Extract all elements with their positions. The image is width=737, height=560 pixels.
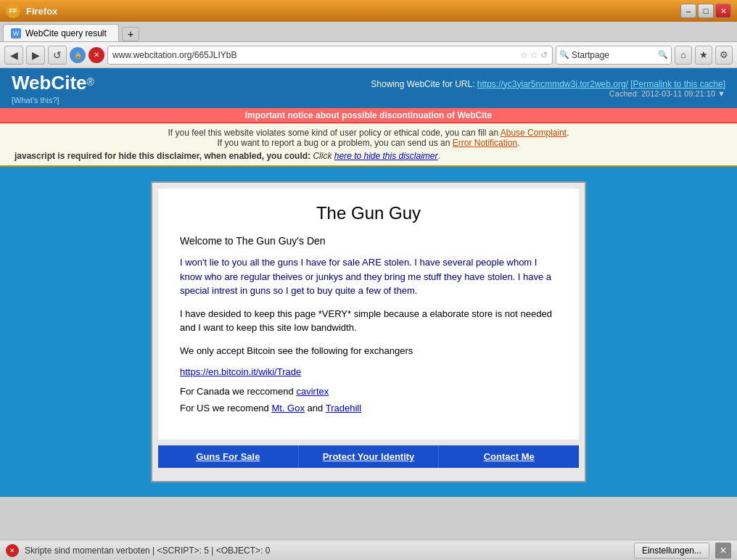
bookmarks-button[interactable]: ★ bbox=[695, 46, 712, 65]
canada-text: For Canada we reccomend bbox=[180, 386, 294, 397]
click-text: Click bbox=[313, 151, 332, 161]
window-controls: – □ ✕ bbox=[680, 4, 731, 18]
close-status-button[interactable]: ✕ bbox=[715, 543, 731, 559]
tab-title: WebCite query result bbox=[25, 28, 107, 38]
status-bar: ✕ Skripte sind momentan verboten | <SCRI… bbox=[0, 540, 737, 560]
webcite-showing-url[interactable]: https://yc3yiar5ncmmdw3j.tor2web.org/ bbox=[477, 79, 628, 89]
search-engine-icon: 🔍 bbox=[559, 50, 569, 59]
nav-bar: ◀ ▶ ↺ 🔒 ✕ www.webcitation.org/665JLIYbB … bbox=[0, 42, 737, 68]
status-text: Skripte sind momentan verboten | <SCRIPT… bbox=[25, 545, 628, 556]
mtgox-link[interactable]: Mt. Gox bbox=[271, 403, 305, 413]
minimize-button[interactable]: – bbox=[680, 4, 696, 18]
forward-button[interactable]: ▶ bbox=[26, 46, 45, 65]
notice-bar: Important notice about possible disconti… bbox=[0, 108, 737, 123]
content-body3: We only accept Bitcoin see the following… bbox=[180, 344, 557, 358]
hide-disclaimer-link[interactable]: here to hide this disclaimer bbox=[334, 151, 438, 161]
status-icon: ✕ bbox=[6, 544, 19, 557]
app-title: Firefox bbox=[26, 6, 57, 17]
nav-link-identity[interactable]: Protect Your Identity bbox=[299, 445, 440, 468]
nav-links-bar: Guns For Sale Protect Your Identity Cont… bbox=[158, 445, 579, 468]
content-body1: I won't lie to you all the guns I have f… bbox=[180, 255, 557, 298]
cavirtex-link[interactable]: cavirtex bbox=[296, 386, 329, 397]
webcite-info: Showing WebCite for URL: https://yc3yiar… bbox=[371, 79, 725, 98]
content-body2: I have desided to keep this page *VERY* … bbox=[180, 307, 557, 335]
bitcoin-link-line: https://en.bitcoin.it/wiki/Trade bbox=[180, 366, 557, 377]
stop-button[interactable]: ✕ bbox=[88, 47, 104, 63]
menu-button[interactable]: ⚙ bbox=[715, 46, 733, 65]
webcite-logo-area: WebCite® [What's this?] bbox=[12, 72, 94, 105]
bookmark2-icon[interactable]: ☆ bbox=[530, 50, 538, 60]
canada-line: For Canada we reccomend cavirtex bbox=[180, 386, 557, 397]
app-icon: FF bbox=[6, 4, 20, 18]
refresh-url-icon[interactable]: ↺ bbox=[540, 50, 548, 60]
webcite-showing-label: Showing WebCite for URL: bbox=[371, 79, 474, 89]
tab-favicon: W bbox=[11, 28, 21, 38]
us-text: For US we recomend bbox=[180, 403, 269, 413]
tab-bar: W WebCite query result + bbox=[0, 22, 737, 42]
webcite-dropdown-icon[interactable]: ▼ bbox=[717, 89, 725, 98]
bookmark-icon[interactable]: ☆ bbox=[520, 50, 528, 60]
home-button[interactable]: ⌂ bbox=[675, 46, 692, 65]
tradehill-link[interactable]: Tradehill bbox=[326, 403, 361, 413]
error-notification-link[interactable]: Error Notification bbox=[453, 138, 517, 148]
abuse-complaint-link[interactable]: Abuse Complaint bbox=[501, 128, 567, 138]
webcite-cached: Cached: 2012-03-11 09:21:10 ▼ bbox=[371, 89, 725, 98]
content-box: The Gun Guy Welcome to The Gun Guy's Den… bbox=[151, 181, 586, 482]
nav-link-identity-label: Protect Your Identity bbox=[323, 451, 415, 462]
webcite-logo: WebCite® bbox=[12, 72, 94, 94]
us-line: For US we recomend Mt. Gox and Tradehill bbox=[180, 403, 557, 413]
back-button[interactable]: ◀ bbox=[4, 46, 23, 65]
url-bar[interactable]: www.webcitation.org/665JLIYbB ☆ ☆ ↺ bbox=[107, 46, 553, 65]
content-subtitle: Welcome to The Gun Guy's Den bbox=[180, 235, 557, 247]
notice-text: Important notice about possible disconti… bbox=[245, 110, 492, 120]
disclaimer: If you feel this website violates some k… bbox=[0, 123, 737, 167]
js-warning-text: javascript is required for hide this dis… bbox=[15, 151, 310, 161]
url-icons: ☆ ☆ ↺ bbox=[520, 50, 548, 60]
webcite-header: WebCite® [What's this?] Showing WebCite … bbox=[0, 68, 737, 108]
nav-link-contact-label: Contact Me bbox=[484, 451, 535, 462]
close-button[interactable]: ✕ bbox=[715, 4, 731, 18]
nav-link-guns[interactable]: Guns For Sale bbox=[158, 445, 299, 468]
webcite-cached-label: Cached: bbox=[609, 89, 639, 98]
main-area: The Gun Guy Welcome to The Gun Guy's Den… bbox=[0, 167, 737, 497]
webcite-cached-date: 2012-03-11 09:21:10 bbox=[641, 89, 715, 98]
new-tab-button[interactable]: + bbox=[122, 27, 139, 41]
url-text: www.webcitation.org/665JLIYbB bbox=[112, 50, 517, 60]
bitcoin-link[interactable]: https://en.bitcoin.it/wiki/Trade bbox=[180, 366, 301, 377]
whats-this-link[interactable]: [What's this?] bbox=[12, 96, 59, 104]
page-security-icon: 🔒 bbox=[70, 47, 86, 63]
disclaimer-line2: If you want to report a bug or a problem… bbox=[15, 138, 722, 148]
maximize-button[interactable]: □ bbox=[698, 4, 714, 18]
disclaimer-text1: If you feel this website violates some k… bbox=[168, 128, 499, 138]
content-bottom-padding bbox=[152, 474, 585, 481]
disclaimer-period: . bbox=[438, 151, 440, 161]
webcite-trademark: ® bbox=[87, 75, 94, 87]
search-submit-icon[interactable]: 🔍 bbox=[658, 50, 668, 59]
active-tab[interactable]: W WebCite query result bbox=[3, 24, 119, 41]
content-inner: The Gun Guy Welcome to The Gun Guy's Den… bbox=[158, 189, 579, 440]
disclaimer-js-warning: javascript is required for hide this dis… bbox=[15, 148, 722, 161]
disclaimer-text2: If you want to report a bug or a problem… bbox=[218, 138, 450, 148]
webcite-logo-text: WebCite bbox=[12, 72, 87, 94]
webcite-showing: Showing WebCite for URL: https://yc3yiar… bbox=[371, 79, 725, 89]
refresh-button[interactable]: ↺ bbox=[48, 46, 67, 65]
disclaimer-line1: If you feel this website violates some k… bbox=[15, 128, 722, 138]
nav-link-contact[interactable]: Contact Me bbox=[439, 445, 579, 468]
title-bar: FF Firefox – □ ✕ bbox=[0, 0, 737, 22]
search-bar[interactable]: 🔍 Startpage 🔍 bbox=[556, 46, 672, 65]
us-and: and bbox=[308, 403, 324, 413]
nav-link-guns-label: Guns For Sale bbox=[196, 451, 260, 462]
search-text: Startpage bbox=[572, 50, 656, 60]
page-title: The Gun Guy bbox=[180, 203, 557, 223]
webcite-permalink[interactable]: [Permalink to this cache] bbox=[630, 79, 725, 89]
settings-button[interactable]: Einstellungen... bbox=[634, 543, 709, 559]
